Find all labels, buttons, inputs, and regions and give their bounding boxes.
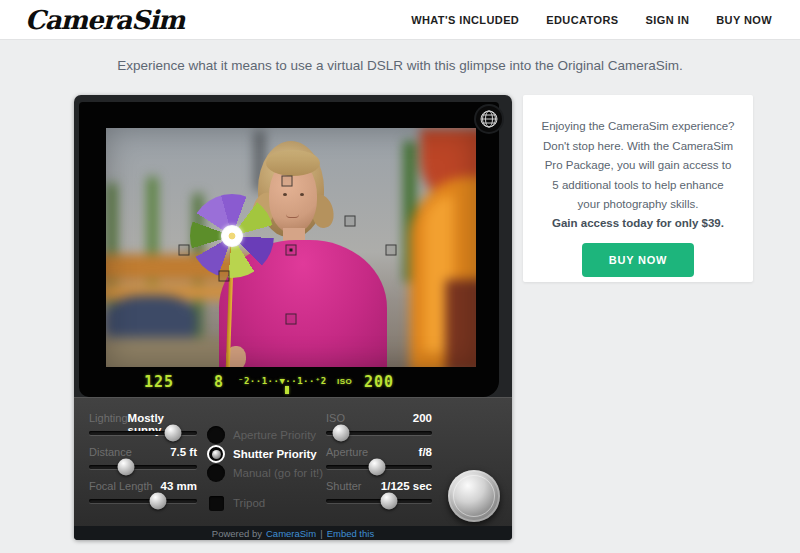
mode-manual[interactable]: Manual (go for it!) [207,464,323,482]
focal-length-slider[interactable] [89,499,197,503]
tripod-checkbox-row[interactable]: Tripod [207,494,265,512]
nav-buy-now[interactable]: BUY NOW [716,14,772,26]
focal-length-label: Focal Length [89,480,153,492]
main-nav: WHAT'S INCLUDED EDUCATORS SIGN IN BUY NO… [411,0,772,40]
tripod-checkbox-icon[interactable] [209,496,224,511]
lcd-iso-value: 200 [364,373,394,391]
shutter-label: Shutter [326,480,361,492]
iso-slider-row: ISO 200 [326,412,432,435]
nav-whats-included[interactable]: WHAT'S INCLUDED [411,14,519,26]
mode-label: Manual (go for it!) [233,467,323,479]
intro-text: Experience what it means to use a virtua… [0,58,800,73]
page: CameraSim WHAT'S INCLUDED EDUCATORS SIGN… [0,0,800,553]
shutter-release-knob[interactable] [448,470,500,522]
distance-slider-row: Distance 7.5 ft [89,446,197,469]
lighting-label: Lighting [89,412,128,424]
tripod-label: Tripod [233,497,265,509]
control-panel: Lighting Mostly sunny Distance 7.5 ft Fo… [74,397,512,526]
shutter-slider-knob[interactable] [380,493,397,510]
embed-this-link[interactable]: Embed this [327,528,375,539]
aperture-slider-knob[interactable] [368,459,385,476]
lighting-slider[interactable] [89,431,197,435]
mode-shutter-priority[interactable]: Shutter Priority [207,445,317,463]
promo-text: Enjoying the CameraSim experience? Don't… [540,117,736,215]
camerasim-link[interactable]: CameraSim [266,528,316,539]
distance-slider-knob[interactable] [117,459,134,476]
viewfinder-area: 125 8 ⁻2··1··▼··1··⁺2 ISO 200 [74,95,512,397]
iso-slider[interactable] [326,431,432,435]
mode-aperture-priority[interactable]: Aperture Priority [207,426,316,444]
lcd-aperture-value: 8 [214,373,224,391]
aperture-value: f/8 [419,446,432,458]
globe-icon[interactable] [476,106,502,132]
lcd-shutter-value: 125 [144,373,174,391]
mode-label: Aperture Priority [233,429,316,441]
shutter-value: 1/125 sec [381,480,432,492]
radio-icon[interactable] [207,445,225,463]
focal-length-slider-row: Focal Length 43 mm [89,480,197,503]
distance-slider[interactable] [89,465,197,469]
iso-value: 200 [413,412,432,424]
nav-sign-in[interactable]: SIGN IN [645,14,689,26]
distance-label: Distance [89,446,132,458]
promo-card: Enjoying the CameraSim experience? Don't… [523,95,753,282]
promo-buy-now-button[interactable]: BUY NOW [582,243,694,277]
lighting-slider-knob[interactable] [165,425,182,442]
sim-footer: Powered by CameraSim | Embed this [74,526,512,540]
iso-slider-knob[interactable] [332,425,349,442]
radio-icon[interactable] [207,426,225,444]
iso-label: ISO [326,412,345,424]
aperture-slider[interactable] [326,465,432,469]
focal-length-slider-knob[interactable] [150,493,167,510]
nav-educators[interactable]: EDUCATORS [546,14,618,26]
promo-highlight: Gain access today for only $39. [540,217,736,229]
aperture-slider-row: Aperture f/8 [326,446,432,469]
mode-label: Shutter Priority [233,448,317,460]
viewfinder-vignette [106,128,476,367]
lighting-slider-row: Lighting Mostly sunny [89,412,197,435]
shutter-slider-row: Shutter 1/125 sec [326,480,432,503]
focal-length-value: 43 mm [161,480,197,492]
lcd-exposure-indicator [285,386,289,394]
aperture-label: Aperture [326,446,368,458]
powered-by-text: Powered by [212,528,262,539]
distance-value: 7.5 ft [170,446,197,458]
scene-photo[interactable] [106,128,476,367]
lcd-exposure-meter: ⁻2··1··▼··1··⁺2 [238,376,327,386]
lcd-iso-label: ISO [337,377,352,386]
radio-icon[interactable] [207,464,225,482]
shutter-slider[interactable] [326,499,432,503]
footer-separator: | [320,528,322,539]
site-header: CameraSim WHAT'S INCLUDED EDUCATORS SIGN… [0,0,800,40]
site-logo[interactable]: CameraSim [25,5,184,35]
camera-simulator: 125 8 ⁻2··1··▼··1··⁺2 ISO 200 Lighting M… [74,95,512,540]
lcd-display: 125 8 ⁻2··1··▼··1··⁺2 ISO 200 [106,371,476,395]
